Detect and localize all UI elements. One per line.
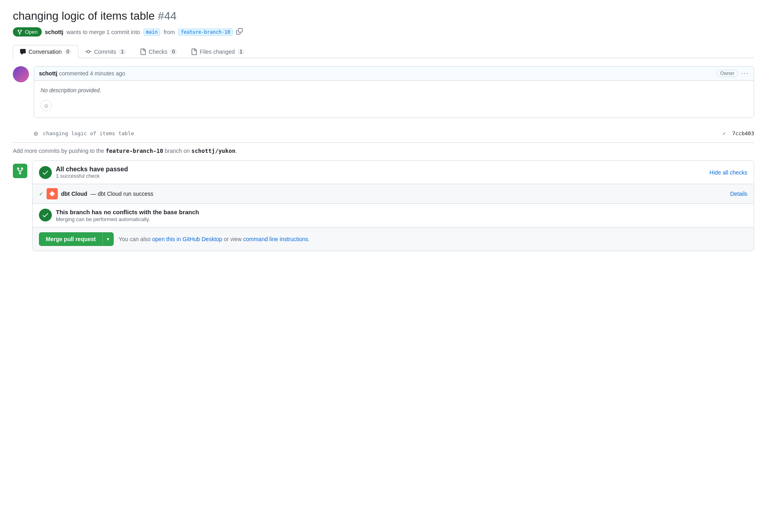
comment-time: commented 4 minutes ago [59,70,125,77]
pr-title-text: changing logic of items table [13,10,155,22]
comment-header-right: Owner ··· [716,70,749,77]
comment-body: No description provided. ☺ [34,81,754,118]
tab-checks[interactable]: Checks 0 [133,45,184,58]
tab-files-changed-count: 1 [237,49,245,55]
tab-commits-count: 1 [118,49,126,55]
head-branch-link[interactable]: feature-branch-10 [178,28,233,36]
commit-message: changing logic of items table [43,130,718,136]
push-info-period: . [235,148,237,154]
hide-all-checks-link[interactable]: Hide all checks [710,169,747,176]
pr-author: schottj [45,29,63,35]
files-changed-icon [191,49,197,55]
merge-info-end: . [308,236,310,242]
from-text: from [163,29,175,35]
checks-section: All checks have passed 1 successful chec… [13,160,754,251]
tab-files-changed-label: Files changed [200,49,235,55]
check-item-left: ✓ dbt Cloud — dbt Cloud run success [39,188,153,199]
commenter-avatar [13,66,29,82]
commit-hash: 7ccb403 [732,130,754,136]
tab-checks-count: 0 [170,49,177,55]
merge-info-before: You can also [118,236,151,242]
tab-files-changed[interactable]: Files changed 1 [184,45,251,58]
merge-info-mid: or view [224,236,241,242]
tab-conversation[interactable]: Conversation 0 [13,45,78,58]
all-passed-icon [39,166,52,179]
open-badge: Open [13,27,42,37]
push-info-repo: schottj/yukon [191,148,235,154]
push-info-branch: feature-branch-10 [106,148,163,154]
check-small-green-icon: ✓ [39,191,43,197]
more-options-btn[interactable]: ··· [741,70,749,77]
tab-commits-label: Commits [94,49,116,55]
no-conflicts-text: This branch has no conflicts with the ba… [56,209,199,222]
base-branch-link[interactable]: main [143,28,161,36]
commit-row: ⊙ changing logic of items table ✓ 7ccb40… [13,124,754,143]
dbt-logo [47,188,58,199]
copy-branch-icon[interactable] [236,28,243,36]
conversation-icon [20,49,26,55]
checks-header: All checks have passed 1 successful chec… [33,161,754,184]
checks-all-passed-title: All checks have passed [56,166,128,173]
checkmark-icon [42,169,49,176]
tab-checks-label: Checks [149,49,167,55]
no-conflicts-title: This branch has no conflicts with the ba… [56,209,199,215]
merge-text: wants to merge 1 commit into [67,29,140,35]
no-conflicts-subtitle: Merging can be performed automatically. [56,216,199,222]
dbt-icon [49,190,56,197]
pr-number: #44 [158,10,177,22]
checks-icon-col [13,160,27,251]
checks-all-passed-subtitle: 1 successful check [56,173,128,179]
merge-btn-group: Merge pull request ▾ [39,232,114,246]
comment-description: No description provided. [41,87,747,93]
git-merge-icon [17,29,22,35]
comment-author[interactable]: schottj [39,70,57,77]
check-details-link[interactable]: Details [730,191,747,197]
merge-icon-box [13,164,27,178]
check-item-dbt: ✓ dbt Cloud — dbt Cloud run success Deta… [33,184,754,204]
no-conflicts-icon [39,209,52,221]
commits-icon [85,49,92,55]
command-line-link[interactable]: command line instructions [243,236,308,242]
push-info-middle: branch on [165,148,191,154]
owner-badge: Owner [716,70,738,77]
pr-subtitle: Open schottj wants to merge 1 commit int… [13,27,754,37]
push-info: Add more commits by pushing to the featu… [13,143,754,160]
commit-check-icon: ✓ [722,130,726,136]
tab-conversation-count: 0 [64,49,72,55]
checks-title-group: All checks have passed 1 successful chec… [56,166,128,179]
merge-info: You can also open this in GitHub Desktop… [118,236,310,242]
tab-conversation-label: Conversation [29,49,62,55]
check-provider: dbt Cloud [61,191,87,197]
push-info-before: Add more commits by pushing to the [13,148,104,154]
merge-icon [16,167,24,175]
checkmark-icon-2 [42,211,49,219]
no-conflicts-row: This branch has no conflicts with the ba… [33,204,754,227]
badge-label: Open [25,29,38,35]
comment-section: schottj commented 4 minutes ago Owner ··… [13,66,754,118]
checks-header-left: All checks have passed 1 successful chec… [39,166,128,179]
comment-box: schottj commented 4 minutes ago Owner ··… [34,66,754,118]
pr-tabs: Conversation 0 Commits 1 Checks 0 Files … [13,45,754,58]
merge-dropdown-btn[interactable]: ▾ [102,232,114,246]
merge-pull-request-btn[interactable]: Merge pull request [39,232,102,246]
pr-title: changing logic of items table #44 [13,10,754,22]
emoji-reaction-btn[interactable]: ☺ [41,100,52,111]
checks-icon [140,49,146,55]
dropdown-arrow-icon: ▾ [107,236,109,242]
tab-commits[interactable]: Commits 1 [78,45,133,58]
checks-content: All checks have passed 1 successful chec… [32,160,754,251]
commit-dot-icon: ⊙ [34,129,38,138]
github-desktop-link[interactable]: open this in GitHub Desktop [152,236,222,242]
comment-header: schottj commented 4 minutes ago Owner ··… [34,67,754,81]
avatar-image [13,66,29,82]
comment-header-left: schottj commented 4 minutes ago [39,70,125,77]
merge-section: Merge pull request ▾ You can also open t… [33,227,754,251]
check-description: — dbt Cloud run success [90,191,153,197]
